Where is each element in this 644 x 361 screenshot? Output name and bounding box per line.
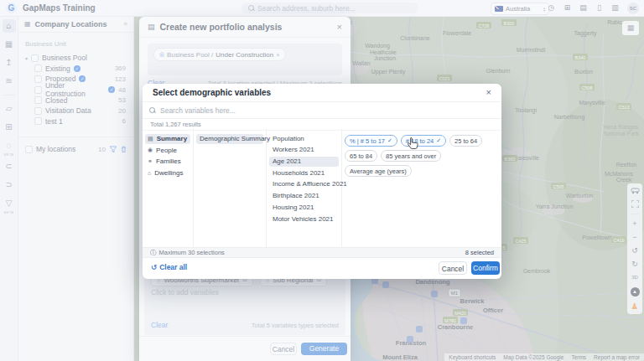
- subcategory-list: Demographic Summary: [194, 132, 266, 145]
- info-icon: ⓘ: [150, 249, 157, 257]
- category-label: People: [156, 147, 177, 154]
- category-people[interactable]: ◉People: [145, 145, 190, 155]
- variables-search-input[interactable]: [160, 106, 495, 115]
- cancel-button[interactable]: Cancel: [439, 261, 467, 275]
- category-dwellings[interactable]: ⌂Dwellings: [145, 168, 190, 178]
- topic-workers-2021[interactable]: Workers 2021: [269, 145, 339, 155]
- variable-chip-list: % | # 5 to 17✓# 18 to 24✓25 to 6465 to 8…: [345, 135, 499, 177]
- variable-chip-65-to-84[interactable]: 65 to 84: [345, 150, 377, 162]
- variables-modal-header: Select demographic variables ×: [143, 84, 501, 101]
- topic-households-2021[interactable]: Households 2021: [269, 168, 339, 178]
- variables-search[interactable]: [143, 101, 501, 119]
- variables-modal-title: Select demographic variables: [153, 88, 486, 97]
- variable-chip-label: 85 years and over: [386, 152, 436, 160]
- selected-count: 8 selected: [465, 249, 494, 256]
- check-icon: ✓: [436, 137, 441, 144]
- variable-chip-25-to-64[interactable]: 25 to 64: [449, 135, 482, 147]
- demographic-variables-modal: Select demographic variables × Total 1,2…: [143, 84, 501, 279]
- variable-chip-5-to-17[interactable]: % | # 5 to 17✓: [345, 135, 397, 147]
- subcategory-demographic-summary[interactable]: Demographic Summary: [196, 134, 263, 144]
- topic-list: PopulationWorkers 2021Age 2021Households…: [267, 132, 341, 225]
- topic-birthplace-2021[interactable]: Birthplace 2021: [269, 191, 339, 201]
- variable-chip-label: 25 to 64: [454, 137, 477, 145]
- variable-chip-label: 65 to 84: [350, 152, 372, 160]
- category-label: Families: [156, 157, 181, 165]
- category-list: ▤Summary◉People⚭Families⌂Dwellings: [143, 132, 193, 179]
- reset-icon: ↺: [151, 263, 157, 271]
- category-label: Dwellings: [154, 169, 183, 177]
- variable-chip-label: Average age (years): [350, 168, 407, 175]
- families-icon: ⚭: [148, 158, 153, 165]
- variables-modal-footer: ↺Clear all Cancel Confirm: [143, 258, 501, 279]
- divider: [193, 129, 194, 247]
- topic-age-2021[interactable]: Age 2021: [269, 157, 339, 167]
- category-label: Summary: [157, 135, 187, 142]
- confirm-button[interactable]: Confirm: [471, 261, 500, 275]
- dwellings-icon: ⌂: [148, 170, 151, 176]
- clear-all-link[interactable]: ↺Clear all: [151, 263, 187, 271]
- topic-income-affluence-2021[interactable]: Income & Affluence 2021: [269, 179, 339, 189]
- people-icon: ◉: [148, 147, 153, 153]
- max-selections-note: ⓘMaximum 30 selections: [150, 249, 465, 257]
- app-window: KilmoreClonbinaneFlowerdaleWandongHeathc…: [0, 0, 644, 361]
- category-families[interactable]: ⚭Families: [145, 157, 190, 167]
- mouse-cursor: [408, 137, 418, 150]
- variable-chip-average-age-years[interactable]: Average age (years): [345, 165, 412, 177]
- variable-chip-85-years-and-over[interactable]: 85 years and over: [381, 150, 441, 162]
- topic-population[interactable]: Population: [269, 134, 339, 144]
- close-icon[interactable]: ×: [486, 88, 491, 97]
- variable-browser: ▤Summary◉People⚭Families⌂Dwellings Demog…: [143, 129, 501, 247]
- topic-motor-vehicles-2021[interactable]: Motor Vehicles 2021: [269, 214, 339, 224]
- topic-housing-2021[interactable]: Housing 2021: [269, 203, 339, 213]
- selection-status-bar: ⓘMaximum 30 selections 8 selected: [143, 247, 501, 258]
- variable-chip-label: % | # 5 to 17: [350, 137, 385, 145]
- summary-icon: ▤: [148, 136, 153, 142]
- check-icon: ✓: [387, 137, 392, 144]
- search-icon: [149, 107, 155, 113]
- category-summary[interactable]: ▤Summary: [145, 134, 190, 144]
